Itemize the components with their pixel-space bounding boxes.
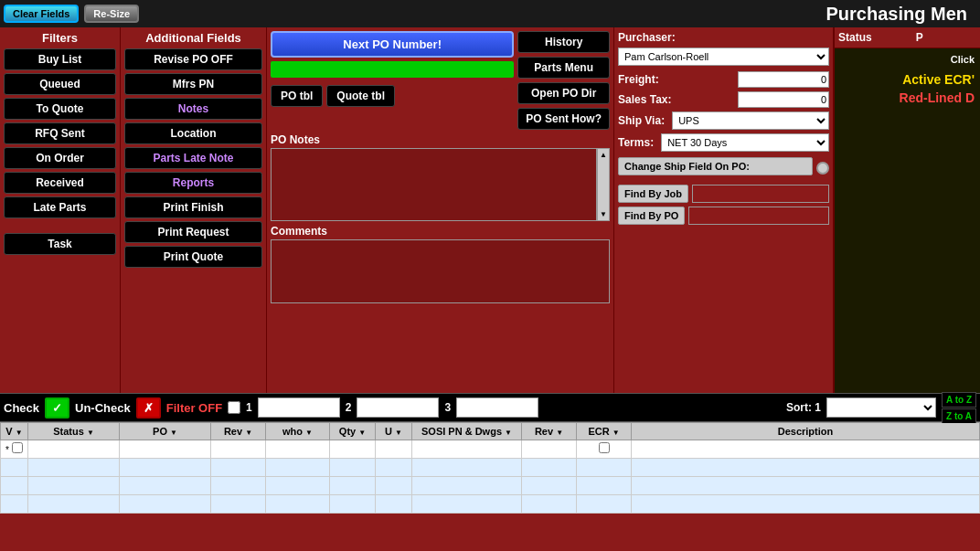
print-quote-button[interactable]: Print Quote bbox=[124, 246, 262, 268]
red-lined-label: Red-Lined D bbox=[900, 90, 975, 105]
status-col-header: Status bbox=[838, 31, 872, 44]
find-by-po-row: Find By PO bbox=[618, 207, 829, 225]
az-up-button[interactable]: A to Z bbox=[942, 392, 976, 408]
row3-sosi bbox=[412, 495, 522, 514]
row-new-rev2 bbox=[522, 440, 577, 459]
row3-rev2 bbox=[522, 495, 577, 514]
reports-button[interactable]: Reports bbox=[124, 172, 262, 194]
row-new-v: * bbox=[1, 440, 28, 459]
active-ecr-label: Active ECR' bbox=[902, 72, 975, 87]
row-new-po bbox=[120, 440, 211, 459]
find-by-po-input[interactable] bbox=[688, 207, 829, 225]
change-ship-radio[interactable] bbox=[816, 162, 829, 175]
filter-input-1[interactable] bbox=[258, 397, 340, 418]
top-section: Filters Buy List Queued To Quote RFQ Sen… bbox=[0, 27, 980, 393]
filter-input-3[interactable] bbox=[456, 397, 538, 418]
col-header-rev2: Rev ▼ bbox=[522, 423, 577, 440]
history-button[interactable]: History bbox=[517, 31, 610, 53]
find-by-job-input[interactable] bbox=[692, 185, 829, 203]
print-request-button[interactable]: Print Request bbox=[124, 221, 262, 243]
ship-via-select[interactable]: UPS bbox=[672, 111, 829, 130]
freight-input[interactable] bbox=[738, 71, 829, 88]
row-checkbox-new[interactable] bbox=[12, 442, 23, 453]
filter-task[interactable]: Task bbox=[4, 233, 116, 255]
po-notes-textarea[interactable] bbox=[271, 148, 597, 221]
row2-v bbox=[1, 477, 28, 495]
filter-received[interactable]: Received bbox=[4, 172, 116, 194]
freight-label: Freight: bbox=[618, 73, 659, 86]
parts-late-note-button[interactable]: Parts Late Note bbox=[124, 147, 262, 169]
po-sent-how-button[interactable]: PO Sent How? bbox=[517, 108, 610, 130]
sales-tax-input[interactable] bbox=[738, 91, 829, 108]
next-po-button[interactable]: Next PO Number! bbox=[271, 31, 514, 58]
location-button[interactable]: Location bbox=[124, 122, 262, 144]
ecr-checkbox-new[interactable] bbox=[599, 442, 610, 453]
quote-tbl-button[interactable]: Quote tbl bbox=[326, 85, 395, 107]
resize-button[interactable]: Re-Size bbox=[84, 5, 139, 23]
new-row-marker: * bbox=[5, 445, 9, 455]
filter-on-order[interactable]: On Order bbox=[4, 147, 116, 169]
filter-num-3: 3 bbox=[444, 401, 451, 414]
row1-u bbox=[376, 459, 412, 477]
comments-label: Comments bbox=[271, 225, 610, 238]
ecr-click-label: Click bbox=[951, 54, 975, 65]
row2-qty bbox=[330, 477, 376, 495]
row-new-qty bbox=[330, 440, 376, 459]
po-panel: Next PO Number! PO tbl Quote tbl History… bbox=[267, 27, 614, 393]
filter-late-parts[interactable]: Late Parts bbox=[4, 196, 116, 218]
row3-rev bbox=[211, 495, 266, 514]
col-header-qty: Qty ▼ bbox=[330, 423, 376, 440]
row3-v bbox=[1, 495, 28, 514]
za-down-button[interactable]: Z to A bbox=[942, 408, 976, 424]
po-tbl-button[interactable]: PO tbl bbox=[271, 85, 323, 107]
mfrs-pn-button[interactable]: Mfrs PN bbox=[124, 73, 262, 95]
revise-po-off-button[interactable]: Revise PO OFF bbox=[124, 48, 262, 70]
col-header-po: PO ▼ bbox=[120, 423, 211, 440]
find-by-job-row: Find By Job bbox=[618, 185, 829, 203]
sort-select[interactable] bbox=[826, 397, 936, 418]
row2-who bbox=[266, 477, 330, 495]
row2-ecr bbox=[577, 477, 632, 495]
row3-po bbox=[120, 495, 211, 514]
print-finish-button[interactable]: Print Finish bbox=[124, 196, 262, 218]
find-by-po-button[interactable]: Find By PO bbox=[618, 207, 685, 225]
parts-menu-button[interactable]: Parts Menu bbox=[517, 57, 610, 79]
row2-u bbox=[376, 477, 412, 495]
status-ecr-panel: Status P Click Active ECR' Red-Lined D bbox=[834, 27, 980, 393]
terms-label: Terms: bbox=[618, 136, 654, 149]
row2-rev bbox=[211, 477, 266, 495]
row2-rev2 bbox=[522, 477, 577, 495]
filter-checkbox[interactable] bbox=[228, 401, 240, 414]
open-po-dir-button[interactable]: Open PO Dir bbox=[517, 82, 610, 104]
col-header-sosi: SOSI PN & Dwgs ▼ bbox=[412, 423, 522, 440]
find-by-job-button[interactable]: Find By Job bbox=[618, 185, 688, 203]
filter-to-quote[interactable]: To Quote bbox=[4, 98, 116, 120]
filter-rfq-sent[interactable]: RFQ Sent bbox=[4, 122, 116, 144]
notes-button[interactable]: Notes bbox=[124, 98, 262, 120]
col-header-rev: Rev ▼ bbox=[211, 423, 266, 440]
check-button[interactable]: ✓ bbox=[45, 397, 69, 419]
uncheck-button[interactable]: ✗ bbox=[136, 397, 161, 419]
table-row-1 bbox=[1, 459, 980, 477]
clear-fields-button[interactable]: Clear Fields bbox=[4, 5, 79, 23]
filter-input-2[interactable] bbox=[357, 397, 439, 418]
comments-textarea[interactable] bbox=[271, 239, 610, 303]
filter-num-2: 2 bbox=[346, 401, 352, 414]
data-table: V ▼ Status ▼ PO ▼ Rev ▼ who ▼ Qty ▼ U ▼ … bbox=[0, 422, 980, 514]
table-row-3 bbox=[1, 495, 980, 514]
change-ship-button[interactable]: Change Ship Field On PO: bbox=[618, 157, 813, 175]
filter-buy-list[interactable]: Buy List bbox=[4, 48, 116, 70]
row1-v bbox=[1, 459, 28, 477]
row1-status bbox=[28, 459, 120, 477]
row1-qty bbox=[330, 459, 376, 477]
purchaser-select[interactable]: Pam Carlson-Roell bbox=[618, 48, 829, 66]
terms-select[interactable]: NET 30 Days bbox=[661, 133, 829, 152]
col-header-status: Status ▼ bbox=[28, 423, 120, 440]
row2-status bbox=[28, 477, 120, 495]
filter-off-label: Filter OFF bbox=[166, 401, 222, 415]
col-header-u: U ▼ bbox=[376, 423, 412, 440]
row3-ecr bbox=[577, 495, 632, 514]
p-col-header: P bbox=[916, 31, 923, 44]
filter-queued[interactable]: Queued bbox=[4, 73, 116, 95]
row-new-rev bbox=[211, 440, 266, 459]
